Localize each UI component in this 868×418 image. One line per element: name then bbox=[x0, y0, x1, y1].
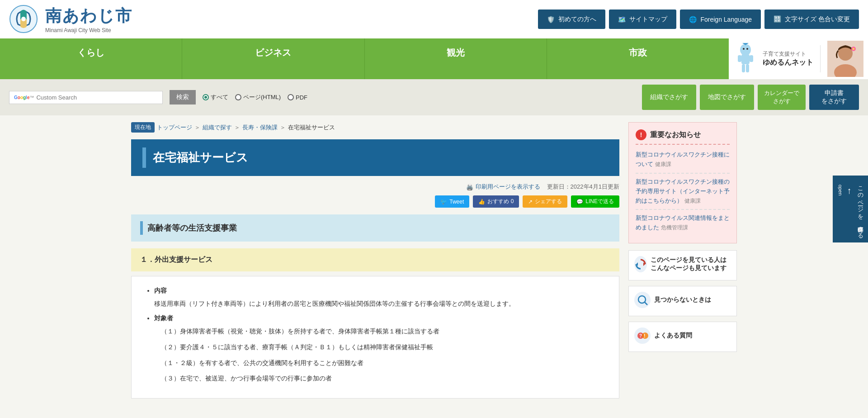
search-org-button[interactable]: 組織でさがす bbox=[642, 85, 696, 110]
search-map-button[interactable]: 地図でさがす bbox=[700, 85, 754, 110]
sidebar-cant-find[interactable]: 見つからないときは bbox=[628, 286, 737, 316]
radio-html[interactable]: ページ(HTML) bbox=[235, 93, 281, 101]
search-sidebar-icon bbox=[634, 292, 651, 308]
faq-icon: ? ! bbox=[634, 328, 651, 344]
list-item-target: 対象者 （１）身体障害者手帳（視覚・聴覚・肢体）を所持する者で、身体障害者手帳第… bbox=[154, 313, 608, 385]
faq-label: よくある質問 bbox=[654, 332, 692, 340]
svg-point-18 bbox=[638, 296, 646, 303]
sidebar-important: ! 重要なお知らせ 新型コロナウイルスワクチン接種について 健康課 新型コロナウ… bbox=[628, 122, 737, 243]
subsection1-title: １．外出支援サービス bbox=[140, 256, 212, 263]
also-viewed-title: このページを見ている人はこんなページも見ています bbox=[634, 256, 731, 272]
first-time-button[interactable]: 🛡️ 初めての方へ bbox=[538, 10, 605, 28]
nav-item-shisei[interactable]: 市政 bbox=[547, 38, 729, 79]
radio-all[interactable]: すべて bbox=[203, 93, 228, 101]
target-item-4: （３）在宅で、被送迎、かつ行事会場等での行事に参加の者 bbox=[161, 372, 608, 385]
facebook-button[interactable]: 👍 おすすめ 0 bbox=[473, 195, 519, 208]
sitemap-label: サイトマップ bbox=[629, 15, 667, 24]
radio-all-circle bbox=[203, 94, 209, 100]
target-item-1: （１）身体障害者手帳（視覚・聴覚・肢体）を所持する者で、身体障害者手帳第１種に該… bbox=[161, 325, 608, 337]
sitemap-button[interactable]: 🗺️ サイトマップ bbox=[609, 10, 676, 28]
tweet-button[interactable]: 🐦 Tweet bbox=[435, 195, 469, 208]
banner-label: 子育て支援サイト bbox=[763, 50, 813, 58]
cant-find-title: 見つからないときは bbox=[634, 292, 731, 308]
cant-find-label: 見つからないときは bbox=[654, 296, 711, 304]
line-button[interactable]: 💬 LINEで送る bbox=[571, 195, 619, 208]
header-buttons: 🛡️ 初めての方へ 🗺️ サイトマップ 🌐 Foreign Language 🔡… bbox=[538, 10, 859, 28]
twitter-icon: 🐦 bbox=[440, 199, 447, 205]
nav-bar: くらし ビジネス 観光 市政 子育て支援サイト ゆめるんネット bbox=[0, 38, 868, 79]
item1-text: 移送用車両（リフト付き車両等）により利用者の居宅と医療機関や福祉関係団体等の主催… bbox=[154, 298, 608, 309]
banner-title: ゆめるんネット bbox=[763, 58, 813, 67]
list-item-content: 内容 移送用車両（リフト付き車両等）により利用者の居宅と医療機関や福祉関係団体等… bbox=[154, 285, 608, 309]
svg-point-9 bbox=[743, 48, 745, 50]
page-title-bar: 在宅福祉サービス bbox=[131, 139, 619, 176]
print-label: 印刷用ページを表示する bbox=[476, 183, 540, 191]
logo-icon bbox=[9, 5, 38, 34]
print-link[interactable]: 🖨️ 印刷用ページを表示する bbox=[466, 183, 540, 191]
content-area: 現在地 トップページ ＞ 組織で探す ＞ 長寿・保険課 ＞ 在宅福祉サービス 在… bbox=[131, 122, 619, 398]
sitemap-icon: 🗺️ bbox=[618, 16, 626, 23]
google-label: Google™ bbox=[14, 95, 34, 100]
arrow-left-icon: ← bbox=[844, 187, 856, 236]
nav-green: くらし ビジネス 観光 市政 bbox=[0, 38, 729, 79]
right-edge-tab[interactable]: このページを 時保存する ← open bbox=[833, 176, 868, 242]
search-form-button[interactable]: 申請書をさがす bbox=[809, 85, 859, 110]
update-label: 更新日：2022年4月1日更新 bbox=[547, 183, 619, 191]
content-list: 内容 移送用車両（リフト付き車両等）により利用者の居宅と医療機関や福祉関係団体等… bbox=[143, 285, 608, 384]
svg-point-10 bbox=[746, 48, 748, 50]
nav-banner[interactable]: 子育て支援サイト ゆめるんネット bbox=[729, 38, 868, 79]
mascot-icon bbox=[733, 43, 758, 75]
breadcrumb-sep2: ＞ bbox=[234, 124, 240, 132]
sidebar-also-viewed: このページを見ている人はこんなページも見ています bbox=[628, 250, 737, 280]
also-viewed-label: このページを見ている人はこんなページも見ています bbox=[651, 256, 731, 272]
first-time-label: 初めての方へ bbox=[558, 15, 596, 24]
section1-header: 高齢者等の生活支援事業 bbox=[131, 214, 619, 242]
alert-icon: ! bbox=[636, 129, 646, 140]
nav-item-kanko[interactable]: 観光 bbox=[365, 38, 547, 79]
globe-icon: 🌐 bbox=[689, 16, 697, 23]
nav-item-kurashi[interactable]: くらし bbox=[0, 38, 182, 79]
svg-point-1 bbox=[21, 17, 26, 21]
item2-label: 対象者 bbox=[154, 313, 608, 323]
sidebar-faq[interactable]: ? ! よくある質問 bbox=[628, 322, 737, 352]
link2-text: 新型コロナウイルスワクチン接種の予約専用サイト（インターネット予約はこちらから） bbox=[636, 178, 730, 204]
svg-rect-8 bbox=[746, 64, 749, 72]
search-right-buttons: 組織でさがす 地図でさがす カレンダーでさがす 申請書をさがす bbox=[642, 85, 859, 110]
foreign-language-button[interactable]: 🌐 Foreign Language bbox=[680, 10, 761, 28]
sidebar-link-1[interactable]: 新型コロナウイルスワクチン接種について 健康課 bbox=[636, 150, 730, 169]
font-icon: 🔡 bbox=[774, 15, 781, 23]
main-container: 現在地 トップページ ＞ 組織で探す ＞ 長寿・保険課 ＞ 在宅福祉サービス 在… bbox=[0, 115, 868, 405]
radio-pdf-circle bbox=[288, 94, 294, 100]
font-size-button[interactable]: 🔡 文字サイズ 色合い変更 bbox=[764, 10, 859, 28]
sidebar-link-3[interactable]: 新型コロナウイルス関連情報をまとめました 危機管理課 bbox=[636, 214, 730, 233]
target-item-2: （２）要介護４・５に該当する者、療育手帳（Ａ判定・Ｂ１）もしくは精神障害者保健福… bbox=[161, 341, 608, 353]
item1-label: 内容 bbox=[154, 285, 608, 295]
svg-text:!: ! bbox=[644, 333, 645, 338]
share-button[interactable]: ↗ シェアする bbox=[523, 195, 567, 208]
facebook-icon: 👍 bbox=[478, 199, 485, 205]
sidebar-link-2[interactable]: 新型コロナウイルスワクチン接種の予約専用サイト（インターネット予約はこちらから）… bbox=[636, 177, 730, 205]
share-icon: ↗ bbox=[528, 199, 533, 205]
tweet-label: Tweet bbox=[449, 199, 464, 205]
separator2 bbox=[636, 209, 730, 210]
breadcrumb-dept[interactable]: 長寿・保険課 bbox=[242, 124, 278, 132]
search-calendar-button[interactable]: カレンダーでさがす bbox=[758, 85, 806, 110]
separator1 bbox=[636, 173, 730, 174]
shield-icon: 🛡️ bbox=[547, 16, 555, 23]
breadcrumb-sep1: ＞ bbox=[194, 124, 200, 132]
share-label: シェアする bbox=[535, 198, 562, 205]
search-input[interactable] bbox=[36, 94, 136, 101]
radio-pdf[interactable]: PDF bbox=[288, 94, 307, 101]
refresh-icon bbox=[634, 256, 647, 272]
important-title-label: 重要なお知らせ bbox=[650, 130, 701, 140]
svg-text:?: ? bbox=[639, 333, 642, 338]
breadcrumb-current: 現在地 bbox=[131, 122, 155, 133]
search-button[interactable]: 検索 bbox=[170, 90, 196, 104]
radio-all-label: すべて bbox=[211, 93, 228, 101]
logo-text-area: 南あわじ市 Minami Awaji City Web Site bbox=[45, 5, 132, 33]
breadcrumb-org[interactable]: 組織で探す bbox=[203, 124, 232, 132]
banner-separator bbox=[820, 45, 821, 72]
breadcrumb-top[interactable]: トップページ bbox=[157, 124, 192, 132]
subsection1-header: １．外出支援サービス bbox=[131, 248, 619, 271]
nav-item-business[interactable]: ビジネス bbox=[182, 38, 364, 79]
